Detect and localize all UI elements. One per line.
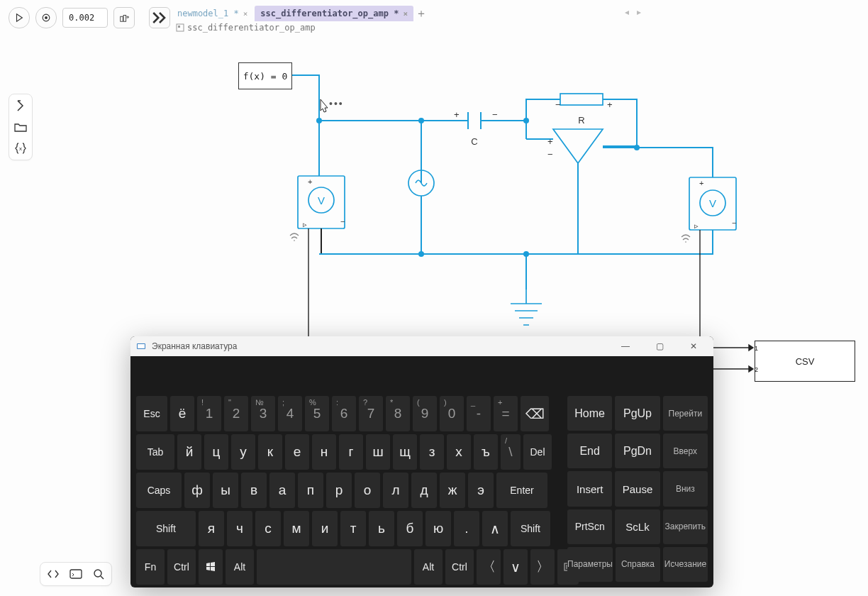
key-period[interactable]: . <box>454 511 479 546</box>
key-pause[interactable]: Pause <box>615 471 660 506</box>
key-letter[interactable]: п <box>298 473 323 508</box>
key-left-arrow[interactable]: 〈 <box>477 549 501 585</box>
key-backslash[interactable]: /\ <box>501 434 521 470</box>
key-8[interactable]: *8 <box>386 396 410 431</box>
key-3[interactable]: №3 <box>251 396 275 431</box>
key-letter[interactable]: г <box>339 434 363 470</box>
key-tab[interactable]: Tab <box>136 434 174 470</box>
key-space[interactable] <box>257 549 411 585</box>
key-letter[interactable]: б <box>397 511 423 546</box>
key-letter[interactable]: с <box>255 511 281 546</box>
solver-block[interactable]: f(x) = 0 <box>238 62 292 89</box>
key-letter[interactable]: ы <box>213 473 238 508</box>
key-1[interactable]: !1 <box>197 396 221 431</box>
key-alt-left[interactable]: Alt <box>226 549 254 585</box>
key-down[interactable]: Вниз <box>663 471 708 506</box>
key-settings[interactable]: Параметры <box>567 547 613 582</box>
key-up-arrow[interactable]: ∧ <box>482 511 508 546</box>
key-caps[interactable]: Caps <box>136 473 182 508</box>
key-pin[interactable]: Закрепить <box>663 509 708 544</box>
key-end[interactable]: End <box>567 434 612 468</box>
library-button[interactable] <box>113 7 135 28</box>
tab-scroll-indicator[interactable]: ◂ ▸ <box>625 7 644 17</box>
key-5[interactable]: %5 <box>305 396 329 431</box>
key-letter[interactable]: о <box>355 473 380 508</box>
key-backspace[interactable]: ⌫ <box>521 396 549 431</box>
key-down-arrow[interactable]: ∨ <box>503 549 528 585</box>
key-letter[interactable]: ж <box>440 473 465 508</box>
key-letter[interactable]: е <box>285 434 309 470</box>
key-letter[interactable]: з <box>420 434 444 470</box>
key-letter[interactable]: к <box>258 434 282 470</box>
tab-newmodel[interactable]: newmodel_1 * × <box>172 6 253 21</box>
onscreen-keyboard-window: Экранная клавиатура — ▢ ✕ Esc ё !1 "2 №3… <box>130 336 713 587</box>
key-esc[interactable]: Esc <box>136 396 167 431</box>
minimize-button[interactable]: — <box>611 336 640 356</box>
key-home[interactable]: Home <box>567 396 612 431</box>
key-7[interactable]: ?7 <box>359 396 383 431</box>
key-letter[interactable]: т <box>340 511 366 546</box>
key-letter[interactable]: ц <box>204 434 228 470</box>
key-letter[interactable]: н <box>312 434 336 470</box>
key-prtscn[interactable]: PrtScn <box>567 509 612 544</box>
key-letter[interactable]: ч <box>227 511 252 546</box>
close-icon[interactable]: × <box>243 9 248 18</box>
key-letter[interactable]: ш <box>366 434 390 470</box>
key-ctrl-right[interactable]: Ctrl <box>445 549 474 585</box>
expand-toolbar-button[interactable] <box>149 7 170 28</box>
key-up[interactable]: Вверх <box>663 434 708 468</box>
key-letter[interactable]: я <box>199 511 224 546</box>
key-letter[interactable]: в <box>241 473 267 508</box>
key-letter[interactable]: л <box>383 473 408 508</box>
key-2[interactable]: "2 <box>224 396 248 431</box>
run-button[interactable] <box>9 7 30 28</box>
key-minus[interactable]: _- <box>467 396 491 431</box>
key-letter[interactable]: щ <box>393 434 417 470</box>
step-time-input[interactable]: 0.002 <box>62 8 108 28</box>
key-letter[interactable]: р <box>326 473 352 508</box>
key-yo[interactable]: ё <box>170 396 194 431</box>
key-9[interactable]: (9 <box>413 396 437 431</box>
key-alt-right[interactable]: Alt <box>414 549 443 585</box>
key-6[interactable]: :6 <box>332 396 356 431</box>
osk-titlebar[interactable]: Экранная клавиатура — ▢ ✕ <box>130 336 713 356</box>
add-tab-button[interactable]: ＋ <box>415 7 428 20</box>
key-letter[interactable]: ю <box>425 511 451 546</box>
key-letter[interactable]: ф <box>184 473 210 508</box>
tab-ssc-differentiator[interactable]: ssc_differentiator_op_amp * × <box>255 6 413 21</box>
key-enter[interactable]: Enter <box>496 473 547 508</box>
record-button[interactable] <box>35 7 57 28</box>
key-letter[interactable]: и <box>312 511 338 546</box>
key-letter[interactable]: ъ <box>474 434 498 470</box>
key-pgdn[interactable]: PgDn <box>615 434 660 468</box>
key-sclk[interactable]: ScLk <box>615 509 660 544</box>
key-del[interactable]: Del <box>523 434 552 470</box>
key-ctrl-left[interactable]: Ctrl <box>167 549 196 585</box>
key-goto[interactable]: Перейти <box>663 396 708 431</box>
key-right-arrow[interactable]: 〉 <box>530 549 555 585</box>
key-letter[interactable]: а <box>269 473 295 508</box>
key-letter[interactable]: м <box>284 511 309 546</box>
key-fade[interactable]: Исчезание <box>663 547 708 582</box>
key-letter[interactable]: х <box>447 434 471 470</box>
key-letter[interactable]: э <box>468 473 494 508</box>
key-win[interactable] <box>199 549 223 585</box>
key-letter[interactable]: й <box>177 434 201 470</box>
model-icon <box>176 23 184 32</box>
key-insert[interactable]: Insert <box>567 471 612 506</box>
key-fn[interactable]: Fn <box>136 549 165 585</box>
key-pgup[interactable]: PgUp <box>615 396 660 431</box>
key-shift-left[interactable]: Shift <box>136 511 196 546</box>
key-0[interactable]: )0 <box>440 396 464 431</box>
close-button[interactable]: ✕ <box>679 336 708 356</box>
key-help[interactable]: Справка <box>616 547 660 582</box>
key-equals[interactable]: += <box>494 396 518 431</box>
csv-sink-block[interactable]: CSV <box>755 341 855 382</box>
maximize-button[interactable]: ▢ <box>645 336 674 356</box>
key-letter[interactable]: у <box>231 434 255 470</box>
close-icon[interactable]: × <box>403 9 408 18</box>
key-4[interactable]: ;4 <box>278 396 302 431</box>
key-letter[interactable]: ь <box>369 511 394 546</box>
key-shift-right[interactable]: Shift <box>511 511 550 546</box>
key-letter[interactable]: д <box>411 473 437 508</box>
